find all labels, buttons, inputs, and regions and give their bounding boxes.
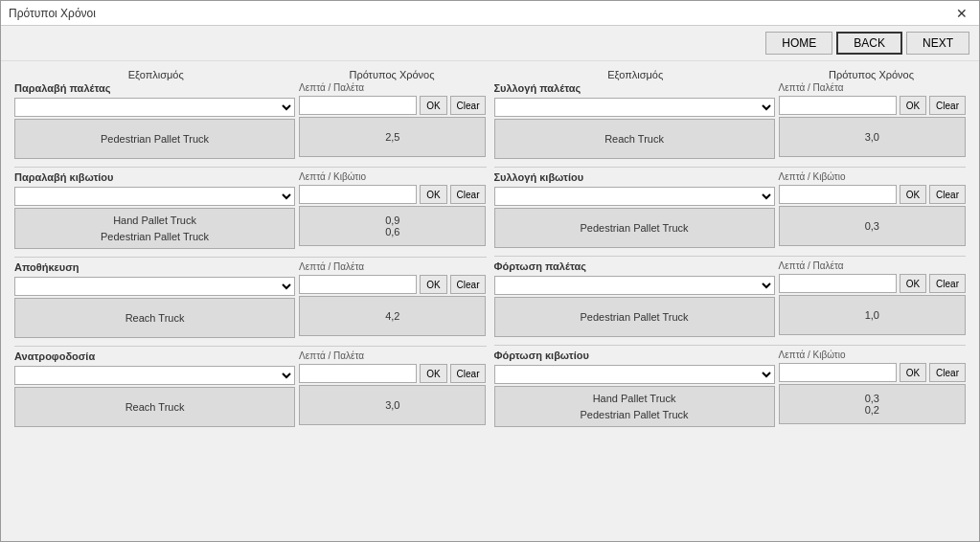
display-fortosi-kiv: Hand Pallet Truck Pedestrian Pallet Truc… <box>494 386 775 427</box>
close-button[interactable]: ✕ <box>952 6 971 21</box>
ok-fortosi-pale[interactable]: OK <box>900 274 926 293</box>
combo-row-paralavi-kiv <box>14 187 295 206</box>
section-syllogi-kiv-right: Λεπτά / Κιβώτιο OK Clear 0,3 <box>779 171 966 248</box>
main-window: Πρότυποι Χρόνοι ✕ HOME BACK NEXT Εξοπλισ… <box>0 0 980 542</box>
section-paralavipale: Παραλαβή παλέτας Pedestrian Pallet Truck… <box>11 82 490 159</box>
clear-apoth[interactable]: Clear <box>450 275 487 294</box>
clear-paralavi-kiv[interactable]: Clear <box>450 185 487 204</box>
label-syllogipale: Συλλογή παλέτας <box>494 82 775 94</box>
select-fortosi-pale[interactable] <box>494 276 775 295</box>
combo-row-syllogipale <box>494 98 775 117</box>
select-fortosi-kiv[interactable] <box>494 365 775 384</box>
ok-syllogipale[interactable]: OK <box>900 96 926 115</box>
select-anatrofod[interactable] <box>14 366 295 385</box>
clear-paralavipale[interactable]: Clear <box>450 96 487 115</box>
title-bar: Πρότυποι Χρόνοι ✕ <box>1 1 979 26</box>
input-fortosi-kiv[interactable] <box>779 363 897 382</box>
top-navigation: HOME BACK NEXT <box>1 26 979 61</box>
combo-row-fortosi-kiv <box>494 365 775 384</box>
section-apoth-right: Λεπτά / Παλέτα OK Clear 4,2 <box>299 261 486 338</box>
input-row-paralavi-kiv: OK Clear <box>299 185 486 204</box>
clear-fortosi-pale[interactable]: Clear <box>929 274 966 293</box>
select-syllogi-kiv[interactable] <box>494 187 775 206</box>
section-fortosi-pale-right: Λεπτά / Παλέτα OK Clear 1,0 <box>779 260 966 337</box>
display-anatrofod: Reach Truck <box>14 387 295 427</box>
ok-apoth[interactable]: OK <box>420 275 446 294</box>
label-anatrofod: Ανατροφοδοσία <box>14 350 295 362</box>
clear-syllogipale[interactable]: Clear <box>929 96 966 115</box>
select-paralavipale[interactable] <box>14 98 295 117</box>
sublabel-fortosi-pale: Λεπτά / Παλέτα <box>779 260 966 271</box>
display-apoth: Reach Truck <box>14 298 295 338</box>
right-header-equip: Εξοπλισμός <box>494 69 778 80</box>
sublabel-fortosi-kiv: Λεπτά / Κιβώτιο <box>779 350 966 360</box>
label-syllogi-kiv: Συλλογή κιβωτίου <box>494 171 775 183</box>
ok-syllogi-kiv[interactable]: OK <box>900 185 926 204</box>
input-paralavipale[interactable] <box>299 96 417 115</box>
clear-syllogi-kiv[interactable]: Clear <box>929 185 966 204</box>
ok-paralavi-kiv[interactable]: OK <box>420 185 446 204</box>
label-paralavi-kiv: Παραλαβή κιβωτίου <box>14 171 295 183</box>
clear-anatrofod[interactable]: Clear <box>450 364 487 383</box>
home-button[interactable]: HOME <box>765 32 832 55</box>
sublabel-syllogi-kiv: Λεπτά / Κιβώτιο <box>779 171 966 182</box>
section-fortosi-pale: Φόρτωση παλέτας Pedestrian Pallet Truck … <box>490 260 970 337</box>
right-input-paralavipale: OK Clear 2,5 <box>299 96 486 157</box>
main-content: Εξοπλισμός Πρότυπος Χρόνος Παραλαβή παλέ… <box>1 61 979 541</box>
input-syllogipale[interactable] <box>779 96 897 115</box>
value-display-syllogipale: 3,0 <box>779 117 966 157</box>
value-display-paralavi-kiv: 0,9 0,6 <box>299 206 486 246</box>
input-row-syllogi-kiv: OK Clear <box>779 185 966 204</box>
input-row-anatrofod: OK Clear <box>299 364 486 383</box>
section-fortosi-kiv: Φόρτωση κιβωτίου Hand Pallet Truck Pedes… <box>490 350 970 427</box>
input-syllogi-kiv[interactable] <box>779 185 897 204</box>
input-paralavi-kiv[interactable] <box>299 185 417 204</box>
section-fortosi-pale-left: Φόρτωση παλέτας Pedestrian Pallet Truck <box>494 260 775 337</box>
back-button[interactable]: BACK <box>836 32 902 55</box>
combo-row-fortosi-pale <box>494 276 775 295</box>
sublabel-syllogipale: Λεπτά / Παλέτα <box>779 82 966 93</box>
ok-anatrofod[interactable]: OK <box>420 364 446 383</box>
display-syllogipale: Reach Truck <box>494 119 775 159</box>
sublabel-paralavi-kiv: Λεπτά / Κιβώτιο <box>299 171 486 182</box>
value-display-anatrofod: 3,0 <box>299 385 486 425</box>
select-apoth[interactable] <box>14 277 295 296</box>
section-apoth: Αποθήκευση Reach Truck Λεπτά / Παλέτα OK… <box>11 261 490 338</box>
display-syllogi-kiv: Pedestrian Pallet Truck <box>494 208 775 248</box>
left-header-time: Πρότυπος Χρόνος <box>298 69 487 80</box>
sublabel-paralavipale: Λεπτά / Παλέτα <box>299 82 486 93</box>
right-input-fortosi-pale: OK Clear 1,0 <box>779 274 966 335</box>
next-button[interactable]: NEXT <box>906 32 969 55</box>
section-anatrofod-left: Ανατροφοδοσία Reach Truck <box>14 350 295 427</box>
label-fortosi-pale: Φόρτωση παλέτας <box>494 260 775 272</box>
right-input-fortosi-kiv: OK Clear 0,3 0,2 <box>779 363 966 424</box>
clear-fortosi-kiv[interactable]: Clear <box>929 363 966 382</box>
section-fortosi-kiv-right: Λεπτά / Κιβώτιο OK Clear 0,3 0,2 <box>779 350 966 427</box>
right-input-paralavi-kiv: OK Clear 0,9 0,6 <box>299 185 486 246</box>
section-paralavipale-left: Παραλαβή παλέτας Pedestrian Pallet Truck <box>14 82 295 159</box>
value-display-paralavipale: 2,5 <box>299 117 486 157</box>
ok-fortosi-kiv[interactable]: OK <box>900 363 926 382</box>
section-syllogipale-right: Λεπτά / Παλέτα OK Clear 3,0 <box>779 82 966 159</box>
combo-row-syllogi-kiv <box>494 187 775 206</box>
input-row-fortosi-kiv: OK Clear <box>779 363 966 382</box>
input-fortosi-pale[interactable] <box>779 274 897 293</box>
ok-paralavipale[interactable]: OK <box>420 96 446 115</box>
value-display-fortosi-kiv: 0,3 0,2 <box>779 384 966 424</box>
left-header-equip: Εξοπλισμός <box>14 69 298 80</box>
section-syllogi-kiv-left: Συλλογή κιβωτίου Pedestrian Pallet Truck <box>494 171 775 248</box>
input-apoth[interactable] <box>299 275 417 294</box>
combo-row-anatrofod <box>14 366 295 385</box>
window-title: Πρότυποι Χρόνοι <box>9 7 96 20</box>
section-apoth-left: Αποθήκευση Reach Truck <box>14 261 295 338</box>
select-syllogipale[interactable] <box>494 98 775 117</box>
right-input-anatrofod: OK Clear 3,0 <box>299 364 486 425</box>
input-row-paralavipale: OK Clear <box>299 96 486 115</box>
section-paralavi-kiv: Παραλαβή κιβωτίου Hand Pallet Truck Pede… <box>11 171 490 249</box>
label-fortosi-kiv: Φόρτωση κιβωτίου <box>494 350 775 361</box>
left-panel: Εξοπλισμός Πρότυπος Χρόνος Παραλαβή παλέ… <box>11 69 490 533</box>
input-row-fortosi-pale: OK Clear <box>779 274 966 293</box>
right-input-syllogipale: OK Clear 3,0 <box>779 96 966 157</box>
input-anatrofod[interactable] <box>299 364 417 383</box>
select-paralavi-kiv[interactable] <box>14 187 295 206</box>
